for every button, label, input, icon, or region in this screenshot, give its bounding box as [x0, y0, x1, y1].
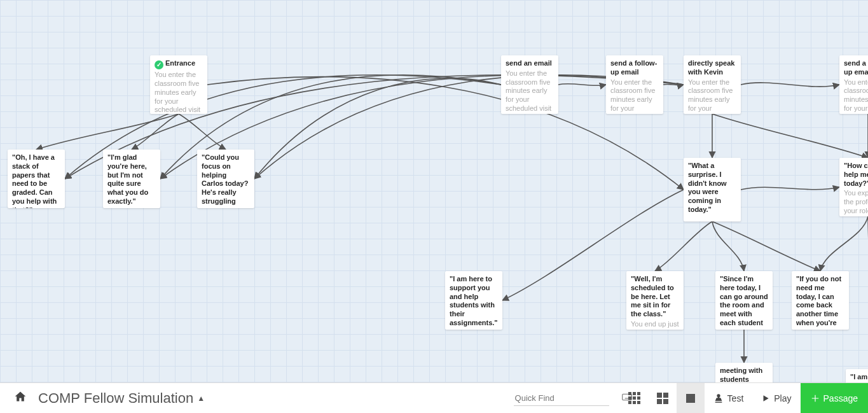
passage-excerpt: You enter the classroom five minutes ear… [844, 78, 868, 113]
passage-title: "Could you focus on helping Carlos today… [202, 153, 250, 206]
passage-title: "I am here to support you and help stude… [450, 275, 498, 328]
edge [558, 83, 606, 85]
passage-node[interactable]: send a follow-up emailYou enter the clas… [606, 55, 663, 114]
view-small-grid[interactable] [621, 383, 649, 414]
test-button[interactable]: Test [705, 383, 753, 414]
play-button[interactable]: Play [752, 383, 800, 414]
passage-excerpt: You end up just [631, 320, 679, 329]
edge [663, 84, 684, 85]
passage-title: send a follow-up email [610, 59, 659, 77]
edge [712, 221, 820, 271]
project-title: COMP Fellow Simulation [38, 390, 193, 407]
passage-node[interactable]: "Could you focus on helping Carlos today… [197, 150, 254, 208]
passage-node[interactable]: "If you do not need me today, I can come… [792, 271, 849, 330]
edge [179, 114, 226, 150]
passage-node[interactable]: "How can I help me out today?"You explai… [839, 158, 868, 216]
edge [741, 83, 839, 87]
quick-find[interactable] [514, 390, 609, 406]
edge [655, 221, 712, 271]
passage-node[interactable]: "I'm glad you're here, but I'm not quite… [103, 150, 160, 208]
edge [820, 216, 868, 271]
passage-title: "I'm glad you're here, but I'm not quite… [107, 153, 156, 206]
quick-find-input[interactable] [515, 393, 622, 403]
passage-node[interactable]: send a follow-up emailYou enter the clas… [839, 55, 868, 114]
passage-node[interactable]: "Oh, I have a stack of papers that need … [8, 150, 65, 208]
passage-title: "Oh, I have a stack of papers that need … [12, 153, 60, 208]
edge [712, 114, 868, 158]
passage-node[interactable]: "I am here to support you and help stude… [445, 271, 502, 330]
passage-node[interactable]: "I am here to help you [846, 369, 868, 382]
passage-node[interactable]: send an emailYou enter the classroom fiv… [501, 55, 558, 114]
passage-excerpt: You explain to the professor your role [844, 189, 868, 215]
passage-title: "If you do not need me today, I can come… [796, 275, 844, 328]
passage-node[interactable]: "Since I'm here today, I can go around t… [715, 271, 773, 330]
edge [36, 114, 179, 150]
passage-title: ✓Entrance [155, 59, 203, 69]
view-medium-grid[interactable] [649, 383, 677, 414]
passage-title: "Well, I'm scheduled to be here. Let me … [631, 275, 679, 319]
passage-node[interactable]: "Well, I'm scheduled to be here. Let me … [626, 271, 684, 330]
passage-title: "I am here to help you [850, 373, 868, 382]
caret-up-icon: ▲ [197, 394, 205, 403]
passage-title: send a follow-up email [844, 59, 868, 77]
start-badge-icon: ✓ [155, 60, 163, 69]
edge [712, 221, 744, 271]
passage-title: "What a surprise. I didn't know you were… [688, 162, 736, 214]
project-title-menu[interactable]: COMP Fellow Simulation ▲ [33, 390, 210, 407]
passage-node[interactable]: "What a surprise. I didn't know you were… [684, 158, 741, 221]
home-icon[interactable] [8, 390, 33, 406]
passage-node[interactable]: ✓EntranceYou enter the classroom five mi… [150, 55, 207, 114]
passage-title: send an email [506, 59, 554, 68]
edge [132, 114, 179, 150]
view-large[interactable] [677, 383, 705, 414]
edge [254, 78, 501, 179]
passage-excerpt: You enter the classroom five minutes ear… [688, 78, 736, 113]
passage-excerpt: You enter the classroom five minutes ear… [155, 71, 203, 114]
passage-title: "How can I help me out today?" [844, 162, 868, 188]
toolbar: COMP Fellow Simulation ▲ Test Play Passa… [0, 382, 868, 413]
passage-title: "Since I'm here today, I can go around t… [720, 275, 768, 328]
passage-title: meeting with students [720, 367, 768, 382]
passage-excerpt: You enter the classroom five minutes ear… [610, 78, 659, 113]
add-passage-button[interactable]: Passage [801, 383, 868, 414]
story-canvas[interactable]: ✓EntranceYou enter the classroom five mi… [0, 0, 868, 382]
passage-node[interactable]: directly speak with KevinYou enter the c… [684, 55, 741, 114]
passage-node[interactable]: meeting with studentsYou begin to [715, 363, 773, 382]
passage-excerpt: You enter the classroom five minutes ear… [506, 69, 554, 113]
edge [741, 187, 839, 190]
passage-title: directly speak with Kevin [688, 59, 736, 77]
